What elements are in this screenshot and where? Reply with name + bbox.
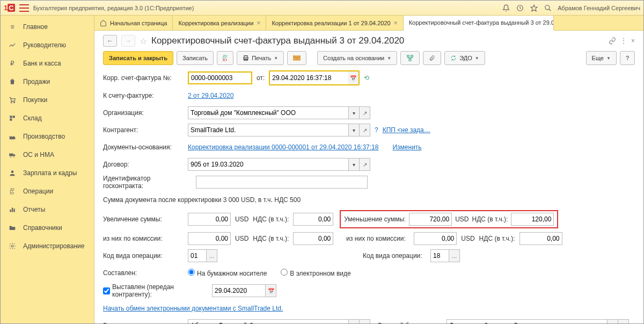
save-button[interactable]: Записать [177, 51, 214, 65]
person-icon [8, 169, 17, 177]
sidebar-item-warehouse[interactable]: Склад [1, 109, 94, 127]
refresh-icon[interactable]: ⟲ [364, 74, 369, 82]
comm-dec-field[interactable] [414, 232, 457, 245]
org-field[interactable] [188, 106, 349, 119]
folder-icon [8, 224, 17, 232]
edo-button[interactable]: ЭДО▼ [444, 51, 485, 65]
sidebar-item-main[interactable]: ≡Главное [1, 18, 94, 36]
goscontract-field[interactable] [196, 176, 368, 189]
dec-field[interactable] [409, 213, 452, 226]
tab-correction-1[interactable]: Корректировка реализации 1 от 29.04.2020… [266, 16, 403, 30]
tab-close[interactable]: × [394, 19, 398, 27]
docs-link[interactable]: Корректировка реализации 0000-000001 от … [188, 143, 378, 151]
open-icon[interactable]: ↗ [360, 124, 370, 136]
more-button[interactable]: Еще▼ [586, 51, 617, 65]
kpp-link[interactable]: КПП <не зада… [383, 126, 430, 134]
hamburger-icon[interactable] [19, 4, 29, 12]
search-icon[interactable] [544, 4, 552, 12]
current-user[interactable]: Абрамов Геннадий Сергеевич [558, 5, 640, 11]
dropdown-icon[interactable]: ▾ [349, 106, 360, 119]
sidebar-item-os-nma[interactable]: ОС и НМА [1, 146, 94, 164]
dropdown-icon[interactable]: ▾ [608, 319, 618, 323]
comm-inc-field[interactable] [188, 232, 231, 245]
tab-close[interactable]: × [257, 19, 260, 27]
accountant-field[interactable] [447, 319, 608, 323]
create-based-button[interactable]: Создать на основании▼ [317, 51, 397, 65]
sidebar-item-salary[interactable]: Зарплата и кадры [1, 164, 94, 182]
comm-inc-nds-field[interactable] [293, 232, 333, 245]
change-link[interactable]: Изменить [392, 143, 421, 151]
svg-point-10 [10, 156, 11, 157]
sidebar-item-manager[interactable]: Руководителю [1, 36, 94, 54]
date-field[interactable] [270, 71, 348, 84]
issued-checkbox[interactable]: Выставлен (передан контрагенту): [103, 283, 208, 298]
label-inc: Увеличение суммы: [103, 215, 184, 223]
radio-paper[interactable]: На бумажном носителе [188, 269, 267, 277]
more-dots-icon[interactable]: ⋮ [620, 37, 627, 45]
calendar-icon[interactable]: 📅 [266, 284, 276, 297]
contr-field[interactable] [188, 124, 349, 136]
open-icon[interactable]: ↗ [618, 319, 629, 323]
sidebar-item-catalogs[interactable]: Справочники [1, 219, 94, 237]
inc-nds-field[interactable] [293, 213, 333, 226]
tab-invoice-3[interactable]: Корректировочный счет-фактура выданный 3… [404, 16, 554, 31]
open-icon[interactable]: ↗ [360, 158, 370, 171]
radio-electronic[interactable]: В электронном виде [281, 269, 350, 277]
pick-icon[interactable]: … [449, 249, 460, 262]
svg-rect-8 [10, 119, 12, 121]
inc-field[interactable] [188, 213, 231, 226]
dropdown-icon[interactable]: ▾ [349, 319, 360, 323]
svg-rect-14 [12, 208, 13, 212]
truck-icon [8, 150, 17, 159]
calendar-icon[interactable]: 📅 [348, 71, 358, 84]
tab-correction[interactable]: Корректировка реализации× [173, 16, 266, 30]
mail-button[interactable] [287, 51, 306, 65]
comm-dec-nds-field[interactable] [519, 232, 562, 245]
director-field[interactable] [188, 319, 349, 323]
contract-field[interactable] [188, 158, 349, 171]
dtkt-button[interactable]: ДтКт [217, 51, 233, 65]
dec-nds-field[interactable] [511, 213, 554, 226]
open-icon[interactable]: ↗ [360, 319, 370, 323]
decrease-highlight: Уменьшение суммы: USD НДС (в т.ч.): [340, 210, 558, 228]
mail-icon [293, 55, 301, 61]
structure-button[interactable] [400, 51, 420, 65]
dropdown-icon[interactable]: ▾ [349, 124, 360, 136]
label-comm1: из них по комиссии: [103, 235, 184, 242]
to-invoice-link[interactable]: 2 от 29.04.2020 [188, 92, 233, 99]
sidebar-item-bank[interactable]: ₽Банк и касса [1, 54, 94, 73]
link-icon[interactable] [609, 37, 616, 45]
sidebar-item-reports[interactable]: Отчеты [1, 200, 94, 219]
favorite-star-icon[interactable]: ☆ [140, 36, 147, 46]
svg-rect-7 [13, 116, 15, 118]
history-icon[interactable] [516, 4, 524, 12]
star-icon[interactable] [530, 4, 538, 12]
code1-field[interactable] [188, 249, 207, 262]
sidebar-item-sales[interactable]: Продажи [1, 73, 94, 91]
dropdown-icon[interactable]: ▾ [349, 158, 360, 171]
sidebar-item-production[interactable]: Производство [1, 127, 94, 146]
save-close-button[interactable]: Записать и закрыть [103, 51, 173, 65]
info-icon[interactable]: ? [375, 126, 378, 134]
issued-date-field[interactable] [212, 284, 266, 297]
open-icon[interactable]: ↗ [360, 106, 370, 119]
home-icon [100, 19, 107, 26]
code2-field[interactable] [430, 249, 449, 262]
help-button[interactable]: ? [620, 51, 635, 65]
attach-button[interactable] [423, 51, 441, 65]
nav-back-button[interactable]: ← [103, 35, 117, 47]
pick-icon[interactable]: … [207, 249, 217, 262]
sidebar-item-operations[interactable]: ДтКтОперации [1, 182, 94, 200]
tab-home[interactable]: Начальная страница [94, 16, 173, 30]
bell-icon[interactable] [502, 4, 510, 12]
sidebar-item-admin[interactable]: Администрирование [1, 237, 94, 255]
svg-rect-21 [407, 55, 409, 57]
label-contract: Договор: [103, 161, 184, 168]
close-icon[interactable]: × [631, 37, 635, 45]
sidebar-item-purchases[interactable]: Покупки [1, 91, 94, 109]
label-from: от: [257, 74, 265, 82]
number-field[interactable] [188, 71, 252, 84]
edo-exchange-link[interactable]: Начать обмен электронными документами с … [103, 305, 283, 312]
paperclip-icon [429, 54, 435, 62]
print-button[interactable]: Печать▼ [237, 51, 284, 65]
